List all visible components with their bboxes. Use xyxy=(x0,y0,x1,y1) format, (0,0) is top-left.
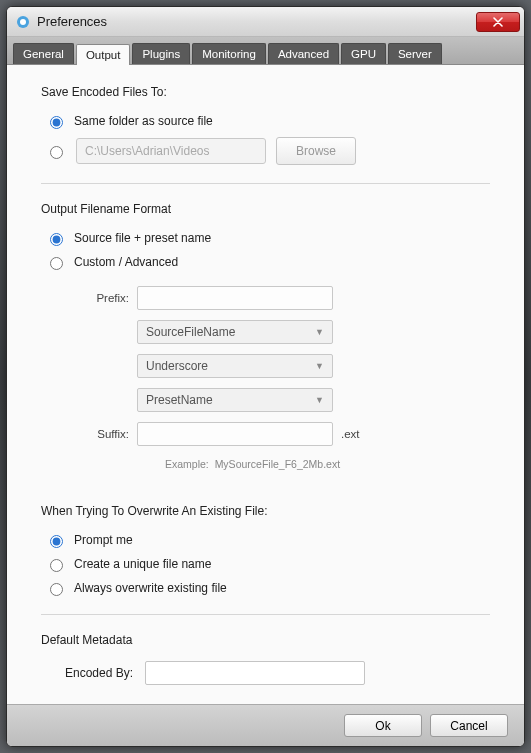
divider-1 xyxy=(41,183,490,184)
radio-always-row[interactable]: Always overwrite existing file xyxy=(45,580,490,596)
svg-point-1 xyxy=(20,19,26,25)
tab-plugins[interactable]: Plugins xyxy=(132,43,190,64)
radio-custom-folder[interactable] xyxy=(50,146,63,159)
encoded-by-label: Encoded By: xyxy=(65,666,145,680)
token1-select[interactable]: SourceFileName ▼ xyxy=(137,320,333,344)
tab-monitoring[interactable]: Monitoring xyxy=(192,43,266,64)
ext-label: .ext xyxy=(341,428,360,440)
radio-custom-format[interactable] xyxy=(50,257,63,270)
tab-server[interactable]: Server xyxy=(388,43,442,64)
close-button[interactable] xyxy=(476,12,520,32)
output-path-input[interactable] xyxy=(76,138,266,164)
example-value: MySourceFile_F6_2Mb.ext xyxy=(215,458,340,470)
save-section-title: Save Encoded Files To: xyxy=(41,85,490,99)
tab-gpu[interactable]: GPU xyxy=(341,43,386,64)
radio-always[interactable] xyxy=(50,583,63,596)
token1-value: SourceFileName xyxy=(146,325,235,339)
metadata-section-title: Default Metadata xyxy=(41,633,490,647)
prefix-label: Prefix: xyxy=(77,292,129,304)
divider-2 xyxy=(41,614,490,615)
suffix-label: Suffix: xyxy=(77,428,129,440)
radio-unique[interactable] xyxy=(50,559,63,572)
cancel-button[interactable]: Cancel xyxy=(430,714,508,737)
radio-prompt-label: Prompt me xyxy=(74,533,133,547)
radio-prompt[interactable] xyxy=(50,535,63,548)
encoded-by-input[interactable] xyxy=(145,661,365,685)
app-icon xyxy=(15,14,31,30)
radio-always-label: Always overwrite existing file xyxy=(74,581,227,595)
format-grid: Prefix: SourceFileName ▼ Underscore ▼ xyxy=(77,286,490,470)
close-icon xyxy=(493,17,503,27)
example-label: Example: xyxy=(165,458,209,470)
content-area: Save Encoded Files To: Same folder as so… xyxy=(7,65,524,704)
radio-unique-row[interactable]: Create a unique file name xyxy=(45,556,490,572)
token2-select[interactable]: Underscore ▼ xyxy=(137,354,333,378)
prefix-input[interactable] xyxy=(137,286,333,310)
radio-same-folder-row[interactable]: Same folder as source file xyxy=(45,113,490,129)
tab-general[interactable]: General xyxy=(13,43,74,64)
format-section-title: Output Filename Format xyxy=(41,202,490,216)
token2-value: Underscore xyxy=(146,359,208,373)
dialog-footer: Ok Cancel xyxy=(7,704,524,746)
radio-prompt-row[interactable]: Prompt me xyxy=(45,532,490,548)
radio-preset-row[interactable]: Source file + preset name xyxy=(45,230,490,246)
suffix-input[interactable] xyxy=(137,422,333,446)
chevron-down-icon: ▼ xyxy=(315,327,324,337)
radio-source-preset[interactable] xyxy=(50,233,63,246)
tabbar: General Output Plugins Monitoring Advanc… xyxy=(7,37,524,65)
ok-button[interactable]: Ok xyxy=(344,714,422,737)
radio-same-folder[interactable] xyxy=(50,116,63,129)
radio-unique-label: Create a unique file name xyxy=(74,557,211,571)
browse-button[interactable]: Browse xyxy=(276,137,356,165)
example-text: Example: MySourceFile_F6_2Mb.ext xyxy=(165,458,340,470)
chevron-down-icon: ▼ xyxy=(315,395,324,405)
radio-same-folder-label: Same folder as source file xyxy=(74,114,213,128)
token3-select[interactable]: PresetName ▼ xyxy=(137,388,333,412)
tab-advanced[interactable]: Advanced xyxy=(268,43,339,64)
radio-custom-row[interactable]: Custom / Advanced xyxy=(45,254,490,270)
tab-output[interactable]: Output xyxy=(76,44,131,65)
window-title: Preferences xyxy=(37,14,476,29)
titlebar: Preferences xyxy=(7,7,524,37)
chevron-down-icon: ▼ xyxy=(315,361,324,371)
radio-custom-format-label: Custom / Advanced xyxy=(74,255,178,269)
overwrite-section-title: When Trying To Overwrite An Existing Fil… xyxy=(41,504,490,518)
radio-source-preset-label: Source file + preset name xyxy=(74,231,211,245)
token3-value: PresetName xyxy=(146,393,213,407)
preferences-window: Preferences General Output Plugins Monit… xyxy=(6,6,525,747)
